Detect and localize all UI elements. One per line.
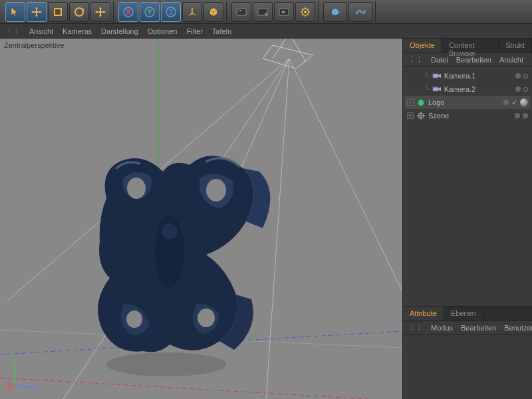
obj-menu-ansicht[interactable]: Ansicht xyxy=(499,56,523,64)
attr-panel-tabs: Attribute Ebenen xyxy=(403,307,532,321)
vp-menu-darstellung[interactable]: Darstellung xyxy=(101,27,138,35)
scale-tool[interactable] xyxy=(48,2,68,22)
object-panel-tabs: Objekte Content Browser Strukt xyxy=(403,39,532,53)
vp-menu-tafeln[interactable]: Tafeln xyxy=(212,27,231,35)
tool-group-axis: X Y Z xyxy=(116,1,227,23)
object-vis-dots[interactable] xyxy=(515,113,528,118)
object-label: Szene xyxy=(428,112,512,120)
svg-rect-39 xyxy=(433,87,438,91)
tab-attribute[interactable]: Attribute xyxy=(403,307,444,321)
object-row-kamera1[interactable]: └ Kamera.1 xyxy=(404,69,531,82)
object-vis-dots[interactable]: ✓ xyxy=(503,98,528,107)
menu-grip[interactable]: ⋮⋮ xyxy=(408,323,423,332)
tab-ebenen[interactable]: Ebenen xyxy=(444,307,483,321)
main-toolbar: X Y Z xyxy=(0,0,532,24)
axis-gizmo: Y Z X xyxy=(7,359,40,392)
camera-icon xyxy=(432,84,442,94)
axis-x-lock[interactable]: X xyxy=(118,2,138,22)
svg-line-34 xyxy=(15,384,35,388)
svg-point-26 xyxy=(127,178,146,199)
svg-text:Y: Y xyxy=(12,359,17,366)
expand-icon[interactable]: + xyxy=(407,112,414,119)
tree-branch-icon: └ xyxy=(424,72,430,80)
vp-menu-ansicht[interactable]: Ansicht xyxy=(29,27,53,35)
tool-group-select xyxy=(3,1,114,23)
expand-icon[interactable]: + xyxy=(407,99,414,106)
snap-tool[interactable] xyxy=(90,2,110,22)
svg-point-27 xyxy=(206,179,226,201)
object-row-szene[interactable]: + Szene xyxy=(404,109,531,122)
render-view-tool[interactable] xyxy=(231,2,251,22)
vp-menu-kameras[interactable]: Kameras xyxy=(63,27,92,35)
cube-tool[interactable] xyxy=(203,2,223,22)
object-tree[interactable]: └ Kamera.1 └ Kamera.2 + Logo ✓ + xyxy=(403,66,532,306)
object-panel-menubar: ⋮⋮ Datei Bearbeiten Ansicht xyxy=(403,53,532,66)
expand-icon[interactable] xyxy=(407,72,414,79)
select-tool[interactable] xyxy=(5,2,25,22)
vp-menu-filter[interactable]: Filter xyxy=(186,27,202,35)
object-vis-dots[interactable] xyxy=(515,86,528,92)
object-vis-dots[interactable] xyxy=(515,73,528,78)
viewport-3d[interactable]: Zentralperspektive xyxy=(0,39,402,399)
attr-menu-modus[interactable]: Modus xyxy=(431,324,453,332)
move-tool[interactable] xyxy=(27,2,47,22)
material-sphere-icon[interactable] xyxy=(520,98,528,106)
svg-line-22 xyxy=(266,59,289,399)
render-active-tool[interactable] xyxy=(274,2,294,22)
render-region-tool[interactable] xyxy=(253,2,273,22)
menu-grip[interactable]: ⋮⋮ xyxy=(408,55,423,64)
viewport-menubar: ⋮⋮ Ansicht Kameras Darstellung Optionen … xyxy=(0,24,532,39)
render-settings-tool[interactable] xyxy=(295,2,315,22)
right-panel: Objekte Content Browser Strukt ⋮⋮ Datei … xyxy=(402,39,532,399)
svg-text:Z: Z xyxy=(36,384,40,392)
svg-text:Y: Y xyxy=(147,8,152,16)
svg-point-2 xyxy=(75,8,83,16)
svg-line-23 xyxy=(289,59,402,291)
vp-menu-optionen[interactable]: Optionen xyxy=(148,27,178,35)
attr-menu-benutzer[interactable]: Benutzer xyxy=(504,324,532,332)
tab-objekte[interactable]: Objekte xyxy=(403,39,442,53)
attr-panel-menubar: ⋮⋮ Modus Bearbeiten Benutzer xyxy=(403,321,532,334)
svg-rect-38 xyxy=(433,74,438,78)
logo-object xyxy=(98,156,270,376)
main-area: Zentralperspektive xyxy=(0,39,532,399)
svg-point-31 xyxy=(162,223,178,239)
svg-point-15 xyxy=(304,11,307,13)
tab-content-browser[interactable]: Content Browser xyxy=(442,39,499,53)
object-label: Logo xyxy=(428,98,501,106)
obj-menu-bearbeiten[interactable]: Bearbeiten xyxy=(456,56,491,64)
svg-text:X: X xyxy=(7,382,12,390)
object-label: Kamera.2 xyxy=(444,85,513,93)
svg-point-11 xyxy=(240,10,241,11)
tool-group-prim xyxy=(321,1,376,23)
object-label: Kamera.1 xyxy=(444,72,513,80)
axis-y-lock[interactable]: Y xyxy=(140,2,160,22)
attribute-panel: Attribute Ebenen ⋮⋮ Modus Bearbeiten Ben… xyxy=(403,306,532,399)
svg-point-28 xyxy=(126,311,142,328)
null-icon xyxy=(416,111,426,120)
cube-icon xyxy=(416,98,426,107)
menu-grip[interactable]: ⋮⋮ xyxy=(5,27,20,35)
primitive-cube-tool[interactable] xyxy=(323,2,347,22)
object-row-logo[interactable]: + Logo ✓ xyxy=(404,96,531,109)
expand-icon[interactable] xyxy=(407,86,414,92)
svg-point-29 xyxy=(198,309,215,327)
svg-text:Z: Z xyxy=(169,8,174,16)
primitive-spline-tool[interactable] xyxy=(348,2,372,22)
svg-line-18 xyxy=(0,378,402,399)
viewport-camera-label: Zentralperspektive xyxy=(4,41,65,49)
svg-point-10 xyxy=(238,10,239,11)
check-icon: ✓ xyxy=(511,98,517,107)
obj-menu-datei[interactable]: Datei xyxy=(431,56,448,64)
svg-text:X: X xyxy=(126,8,131,16)
svg-rect-9 xyxy=(237,9,246,15)
tab-struktur[interactable]: Strukt xyxy=(499,39,532,53)
scene-render xyxy=(0,39,402,399)
rotate-tool[interactable] xyxy=(69,2,89,22)
tree-branch-icon: └ xyxy=(424,85,430,93)
coord-system-tool[interactable] xyxy=(182,2,202,22)
attr-menu-bearbeiten[interactable]: Bearbeiten xyxy=(461,324,496,332)
axis-z-lock[interactable]: Z xyxy=(161,2,181,22)
camera-icon xyxy=(432,71,442,80)
object-row-kamera2[interactable]: └ Kamera.2 xyxy=(404,82,531,96)
